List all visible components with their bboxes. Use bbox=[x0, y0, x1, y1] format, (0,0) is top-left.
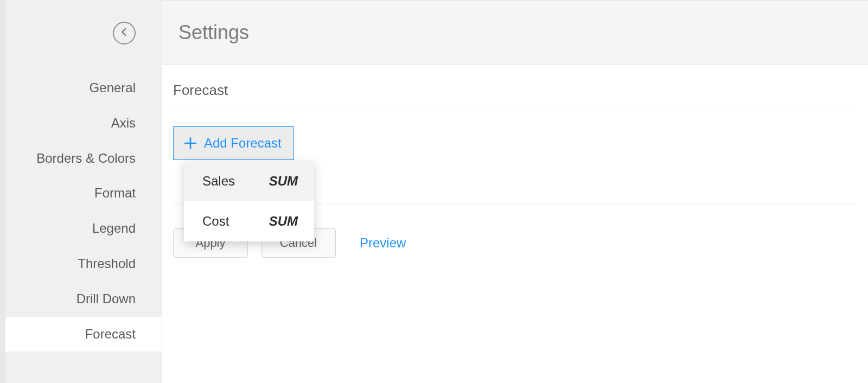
app-gutter bbox=[0, 0, 5, 383]
dropdown-option-agg: SUM bbox=[269, 214, 298, 229]
settings-nav: General Axis Borders & Colors Format Leg… bbox=[5, 71, 162, 352]
settings-body: Forecast Add Forecast Sales SUM Cost bbox=[162, 65, 868, 383]
sidebar-item-axis[interactable]: Axis bbox=[5, 106, 162, 141]
dropdown-option-cost[interactable]: Cost SUM bbox=[184, 201, 314, 241]
settings-sidebar: General Axis Borders & Colors Format Leg… bbox=[5, 0, 162, 383]
add-forecast-button[interactable]: Add Forecast bbox=[173, 126, 294, 160]
sidebar-item-format[interactable]: Format bbox=[5, 176, 162, 211]
add-forecast-label: Add Forecast bbox=[204, 136, 282, 151]
sidebar-item-drill-down[interactable]: Drill Down bbox=[5, 282, 162, 317]
dropdown-option-agg: SUM bbox=[269, 174, 298, 189]
sidebar-item-threshold[interactable]: Threshold bbox=[5, 246, 162, 282]
forecast-section: Add Forecast Sales SUM Cost SUM bbox=[173, 111, 857, 203]
dropdown-option-name: Cost bbox=[202, 214, 229, 229]
settings-header: Settings bbox=[162, 1, 868, 65]
sidebar-item-borders-colors[interactable]: Borders & Colors bbox=[5, 141, 162, 176]
section-title-forecast: Forecast bbox=[173, 82, 857, 111]
forecast-field-dropdown[interactable]: Sales SUM Cost SUM bbox=[184, 161, 314, 241]
settings-panel: Settings Forecast Add Forecast Sales SUM bbox=[162, 0, 868, 383]
plus-icon bbox=[183, 136, 197, 150]
dropdown-option-name: Sales bbox=[202, 174, 235, 189]
page-title: Settings bbox=[178, 21, 249, 44]
sidebar-item-forecast[interactable]: Forecast bbox=[5, 317, 162, 352]
dropdown-option-sales[interactable]: Sales SUM bbox=[184, 161, 314, 201]
chevron-left-icon bbox=[119, 27, 129, 39]
sidebar-item-general[interactable]: General bbox=[5, 71, 162, 106]
back-button[interactable] bbox=[113, 22, 136, 44]
sidebar-item-legend[interactable]: Legend bbox=[5, 211, 162, 246]
preview-link[interactable]: Preview bbox=[360, 235, 406, 251]
